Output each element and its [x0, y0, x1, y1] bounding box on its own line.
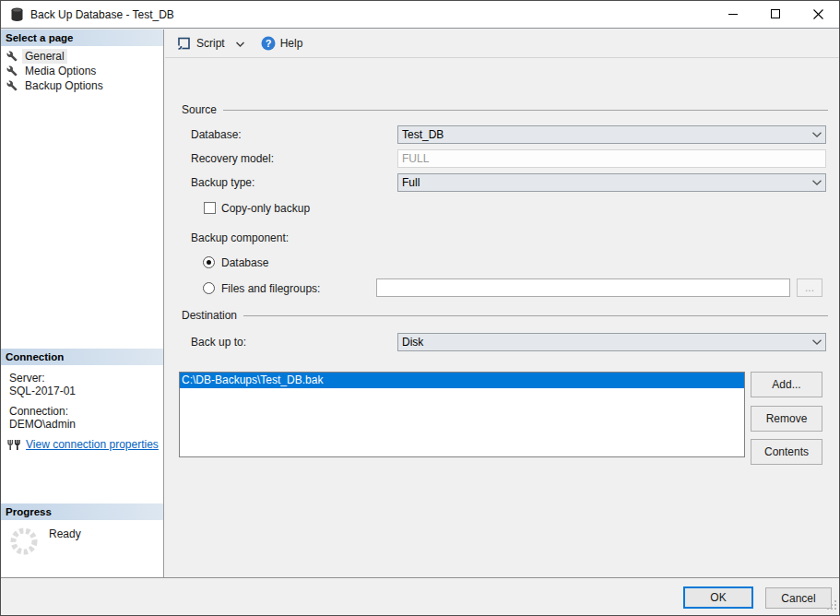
wrench-icon [6, 51, 18, 62]
wrench-icon [6, 80, 18, 91]
chevron-down-icon [809, 339, 825, 345]
chevron-down-icon [809, 180, 825, 185]
recovery-model-label: Recovery model: [191, 149, 274, 168]
remove-button[interactable]: Remove [751, 406, 822, 432]
source-group-rule [223, 110, 828, 111]
title-bar[interactable]: Back Up Database - Test_DB [1, 1, 839, 29]
connection-value: DEMO\admin [9, 418, 76, 431]
sidebar: Select a page General Media Options Back… [1, 30, 164, 578]
ok-button[interactable]: OK [683, 586, 753, 609]
radio-database[interactable] [203, 256, 215, 268]
database-select[interactable]: Test_DB [397, 125, 826, 144]
script-button[interactable]: Script [173, 34, 229, 53]
chevron-down-icon [809, 132, 825, 137]
connection-label: Connection: [9, 405, 68, 418]
maximize-button[interactable] [754, 1, 797, 28]
recovery-model-field: FULL [397, 149, 826, 168]
minimize-button[interactable] [712, 1, 754, 28]
copy-only-backup-label: Copy-only backup [221, 201, 310, 216]
connection-header: Connection [1, 349, 163, 365]
database-value: Test_DB [398, 128, 809, 141]
add-button[interactable]: Add... [751, 372, 822, 397]
backup-destinations-list[interactable]: C:\DB-Backups\Test_DB.bak [179, 372, 745, 457]
sidebar-item-label: General [22, 49, 67, 64]
radio-database-label: Database [221, 255, 268, 270]
database-icon [10, 7, 24, 25]
dialog-footer: OK Cancel [1, 577, 839, 615]
script-dropdown-button[interactable] [232, 34, 248, 53]
help-label: Help [280, 37, 303, 50]
backup-type-label: Backup type: [191, 173, 254, 192]
files-filegroups-input[interactable] [376, 278, 790, 297]
script-icon [177, 37, 191, 51]
sidebar-item-label: Backup Options [22, 78, 106, 93]
contents-button[interactable]: Contents [751, 439, 822, 465]
back-up-to-value: Disk [398, 336, 809, 349]
sidebar-item-media-options[interactable]: Media Options [6, 64, 154, 78]
browse-files-button[interactable]: ... [797, 278, 822, 297]
resize-grip[interactable] [826, 599, 837, 613]
progress-spinner-icon [8, 526, 40, 557]
sidebar-item-backup-options[interactable]: Backup Options [6, 78, 154, 93]
close-icon [813, 9, 823, 19]
list-item[interactable]: C:\DB-Backups\Test_DB.bak [180, 373, 744, 388]
copy-only-backup-checkbox[interactable] [204, 202, 216, 214]
script-label: Script [196, 37, 225, 50]
database-label: Database: [191, 125, 242, 144]
cancel-button[interactable]: Cancel [765, 587, 832, 609]
backup-type-select[interactable]: Full [397, 173, 826, 192]
window-title: Back Up Database - Test_DB [30, 8, 174, 21]
radio-files-filegroups[interactable] [203, 282, 215, 294]
chevron-down-icon [236, 41, 244, 47]
close-button[interactable] [797, 1, 839, 28]
back-up-to-label: Back up to: [191, 333, 246, 351]
destination-group-label: Destination [182, 309, 237, 322]
window-controls [712, 1, 839, 28]
sidebar-item-general[interactable]: General [6, 49, 154, 64]
help-button[interactable]: ? Help [257, 33, 307, 53]
connection-properties-icon [7, 439, 21, 451]
source-group-header: Source [182, 103, 828, 116]
backup-type-value: Full [398, 176, 809, 189]
source-group-label: Source [182, 103, 217, 116]
general-page-content: Source Database: Test_DB Recovery model:… [165, 58, 839, 578]
svg-text:?: ? [265, 38, 271, 49]
progress-header: Progress [1, 503, 163, 520]
backup-database-dialog: Back Up Database - Test_DB Select a page… [0, 0, 840, 616]
destination-group-header: Destination [182, 309, 828, 322]
view-connection-properties-row: View connection properties [7, 438, 159, 451]
dialog-toolbar: Script ? Help [165, 30, 839, 58]
sidebar-item-label: Media Options [22, 64, 99, 78]
backup-component-label: Backup component: [191, 229, 289, 247]
help-icon: ? [261, 36, 276, 51]
wrench-icon [6, 65, 18, 77]
progress-status: Ready [49, 527, 81, 540]
radio-files-filegroups-label: Files and filegroups: [221, 281, 320, 296]
minimize-icon [728, 9, 739, 19]
select-a-page-header: Select a page [1, 30, 163, 46]
maximize-icon [771, 9, 781, 19]
server-value: SQL-2017-01 [9, 385, 76, 397]
view-connection-properties-link[interactable]: View connection properties [26, 438, 159, 451]
back-up-to-select[interactable]: Disk [397, 333, 826, 351]
recovery-model-value: FULL [398, 152, 429, 165]
server-label: Server: [9, 372, 45, 385]
progress-status-row: Ready [8, 526, 81, 557]
destination-group-rule [243, 315, 828, 316]
main-panel: Script ? Help Source Database: Test_D [165, 30, 839, 578]
